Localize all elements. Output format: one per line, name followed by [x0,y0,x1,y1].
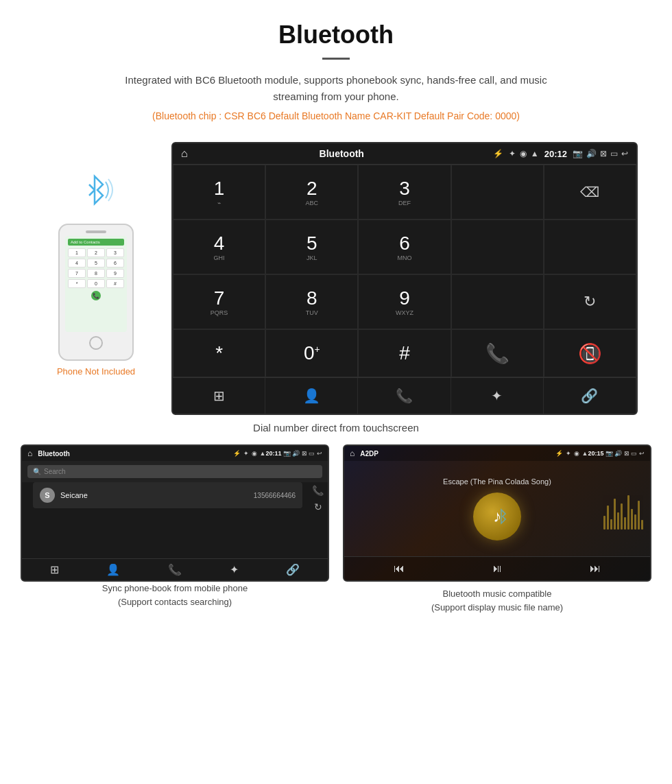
location-icon: ◉ [520,149,527,158]
contact-number: 13566664466 [254,492,296,499]
phone-key-0: 0 [87,279,105,288]
dial-empty-2 [544,219,636,274]
ms-right-icons: 📷 🔊 ⊠ ▭ ↩ [603,450,645,457]
phone-call-button: 📞 [91,291,101,300]
music-album-art: ♪ [473,492,521,541]
description: Integrated with BC6 Bluetooth module, su… [103,72,569,105]
phone-speaker [86,230,106,233]
phone-body: Add to Contacts 1 2 3 4 5 6 7 8 9 * 0 # … [58,224,134,361]
home-icon: ⌂ [181,147,188,160]
music-screen-bg: ⌂ A2DP ⚡ ✦ ◉ ▲ 20:15 📷 🔊 ⊠ ▭ ↩ Escape [344,446,650,580]
dial-key-2[interactable]: 2 ABC [265,165,358,219]
ms-home-icon: ⌂ [350,449,355,458]
ms-title: A2DP [360,450,552,458]
toolbar-dialpad-button[interactable]: ⊞ [173,378,265,414]
pb-title: Bluetooth [38,450,230,458]
bottom-screenshots: ⌂ Bluetooth ⚡ ✦ ◉ ▲ 20:11 📷 🔊 ⊠ ▭ ↩ 🔍 Se… [0,444,672,614]
phonebook-refresh-icon[interactable]: ↻ [314,501,322,512]
phonebook-item: ⌂ Bluetooth ⚡ ✦ ◉ ▲ 20:11 📷 🔊 ⊠ ▭ ↩ 🔍 Se… [21,444,329,614]
status-icons: ✦ ◉ ▲ [509,149,539,158]
dial-key-0[interactable]: 0+ [265,329,358,377]
pb-home-icon: ⌂ [27,449,32,458]
dial-empty-3 [451,274,544,329]
music-controls: ⏮ ⏯ ⏭ [344,556,650,580]
dial-key-1[interactable]: 1 ⌁ [173,165,265,219]
music-visualizer [603,488,643,530]
bluetooth-specs: (Bluetooth chip : CSR BC6 Default Blueto… [14,110,658,121]
car-statusbar: ⌂ Bluetooth ⚡ ✦ ◉ ▲ 20:12 📷 🔊 ⊠ ▭ ↩ [173,143,636,165]
main-section: Add to Contacts 1 2 3 4 5 6 7 8 9 * 0 # … [0,142,672,415]
pb-status-icons: ✦ ◉ ▲ [243,450,266,457]
status-time: 20:12 [544,149,567,159]
search-placeholder: Search [44,468,66,475]
dial-key-hash[interactable]: # [358,329,451,377]
phonebook-call-icon[interactable]: 📞 [312,485,324,496]
ms-usb-icon: ⚡ [555,450,563,457]
dial-display [451,165,544,219]
phone-key-hash: # [106,279,124,288]
dial-key-5[interactable]: 5 JKL [265,219,358,274]
phonebook-contact[interactable]: S Seicane 13566664466 [33,482,302,508]
phone-key-7: 7 [68,269,86,278]
phone-key-1: 1 [68,248,86,257]
pb-location-icon: ◉ [252,450,257,457]
phonebook-caption: Sync phone-book from mobile phone (Suppo… [21,582,329,608]
pb-bluetooth-icon: ✦ [243,450,249,457]
pb-toolbar-dialpad[interactable]: ⊞ [50,563,59,576]
phone-home-button [89,336,103,350]
ms-bluetooth-icon: ✦ [566,450,571,457]
phone-key-4: 4 [68,259,86,268]
dial-key-4[interactable]: 4 GHI [173,219,265,274]
dial-hangup-button[interactable]: 📵 [544,329,636,377]
page-title: Bluetooth [14,21,658,49]
phone-key-star: * [68,279,86,288]
page-header: Bluetooth Integrated with BC6 Bluetooth … [0,0,672,142]
ms-signal-icon: ▲ [582,450,588,457]
signal-icon: ▲ [531,149,539,158]
dial-refresh-button[interactable]: ↻ [544,274,636,329]
music-statusbar: ⌂ A2DP ⚡ ✦ ◉ ▲ 20:15 📷 🔊 ⊠ ▭ ↩ [344,446,650,461]
pb-signal-icon: ▲ [260,450,266,457]
music-next-button[interactable]: ⏭ [590,562,601,575]
phone-not-included-label: Phone Not Included [57,366,135,377]
ms-location-icon: ◉ [574,450,579,457]
volume-icon: 🔊 [586,149,597,158]
back-icon: ↩ [621,149,628,158]
phonebook-screen: ⌂ Bluetooth ⚡ ✦ ◉ ▲ 20:11 📷 🔊 ⊠ ▭ ↩ 🔍 Se… [21,444,329,582]
toolbar-bluetooth-button[interactable]: ✦ [451,378,544,414]
phone-screen: Add to Contacts 1 2 3 4 5 6 7 8 9 * 0 # … [65,236,127,332]
dial-key-star[interactable]: * [173,329,265,377]
ms-time: 20:15 [588,450,603,457]
toolbar-phone-button[interactable]: 📞 [358,378,451,414]
main-caption: Dial number direct from touchscreen [0,422,672,433]
toolbar-contacts-button[interactable]: 👤 [265,378,358,414]
pb-toolbar-contacts[interactable]: 👤 [106,563,120,576]
music-play-pause-button[interactable]: ⏯ [492,562,503,575]
pb-toolbar-link[interactable]: 🔗 [286,563,300,576]
phone-dialpad: 1 2 3 4 5 6 7 8 9 * 0 # [68,248,124,288]
dial-key-3[interactable]: 3 DEF [358,165,451,219]
music-prev-button[interactable]: ⏮ [394,562,405,575]
ms-status-icons: ✦ ◉ ▲ [566,450,588,457]
car-screen-title: Bluetooth [196,148,488,159]
dial-call-button[interactable]: 📞 [451,329,544,377]
pb-toolbar-bluetooth[interactable]: ✦ [230,563,239,576]
bluetooth-wave-icon [75,169,117,217]
toolbar-link-button[interactable]: 🔗 [544,378,636,414]
bluetooth-status-icon: ✦ [509,149,516,158]
phone-key-6: 6 [106,259,124,268]
contact-avatar: S [40,488,55,503]
music-caption: Bluetooth music compatible (Support disp… [343,587,651,614]
phonebook-action-icons: 📞 ↻ [308,482,328,515]
contact-name: Seicane [60,491,254,499]
phone-screen-header: Add to Contacts [68,239,124,246]
pb-toolbar-phone[interactable]: 📞 [168,563,182,576]
window-icon: ▭ [610,149,618,158]
dial-key-6[interactable]: 6 MNO [358,219,451,274]
dial-key-9[interactable]: 9 WXYZ [358,274,451,329]
dial-key-7[interactable]: 7 PQRS [173,274,265,329]
dial-backspace-button[interactable]: ⌫ [544,165,636,219]
dial-key-8[interactable]: 8 TUV [265,274,358,329]
car-screen-container: ⌂ Bluetooth ⚡ ✦ ◉ ▲ 20:12 📷 🔊 ⊠ ▭ ↩ [171,142,638,415]
phonebook-search-bar[interactable]: 🔍 Search [27,465,322,478]
